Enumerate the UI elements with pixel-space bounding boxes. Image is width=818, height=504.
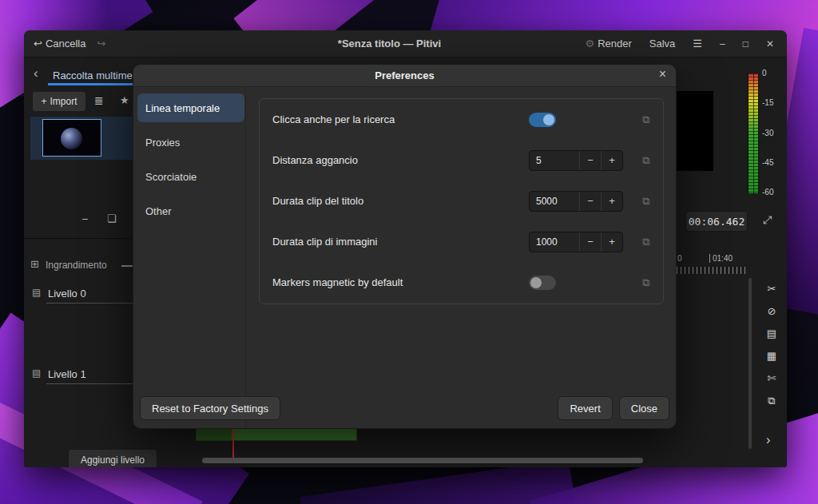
favorites-star-icon[interactable]: ★ (120, 94, 129, 106)
minimize-button[interactable]: – (720, 38, 725, 50)
pref-row-title-duration: Durata clip del titolo 5000 − + ⧉ (260, 181, 663, 221)
ruler-label-mark: 01:40 (709, 254, 733, 263)
close-button[interactable]: ✕ (766, 38, 774, 50)
spin-value[interactable]: 5000 (530, 192, 579, 211)
toggle-knob (543, 114, 554, 125)
horizontal-scrollbar[interactable] (202, 458, 643, 463)
spin-increment-button[interactable]: + (601, 192, 622, 211)
meter-label: 0 (762, 69, 773, 77)
render-label: Render (598, 38, 632, 50)
spin-decrement-button[interactable]: − (579, 151, 601, 170)
dialog-header: Preferences × (133, 65, 676, 87)
viewer-video-area (677, 91, 713, 171)
reset-to-default-icon[interactable]: ⧉ (639, 195, 653, 208)
dialog-footer: Reset to Factory Settings Revert Close (133, 396, 676, 420)
copy-clip-icon[interactable]: ⧉ (768, 395, 775, 407)
reset-to-default-icon[interactable]: ⧉ (639, 113, 653, 126)
menu-icon[interactable]: ☰ (693, 38, 702, 50)
reset-to-default-icon[interactable]: ⧉ (639, 236, 653, 248)
toggle-switch[interactable] (529, 113, 556, 127)
render-button[interactable]: ⚙ Render (586, 38, 632, 50)
group-clips-icon[interactable]: ▤ (767, 327, 776, 339)
meter-label: -60 (762, 188, 773, 196)
spin-increment-button[interactable]: + (601, 151, 622, 170)
reset-to-default-icon[interactable]: ⧉ (639, 276, 653, 289)
undo-button[interactable]: ↩ Cancella (34, 38, 86, 50)
remove-asset-icon[interactable]: − (81, 212, 88, 225)
plus-icon: + (41, 96, 46, 107)
import-button[interactable]: + Import (32, 91, 86, 112)
spin-value[interactable]: 5 (530, 151, 579, 170)
meter-label: -30 (762, 129, 773, 137)
meter-label: -15 (762, 98, 773, 107)
window-title: *Senza titolo — Pitivi (224, 38, 555, 50)
redo-icon[interactable]: ↪ (97, 38, 106, 50)
layer-icon: ▤ (32, 287, 41, 298)
pref-label: Durata clip del titolo (272, 195, 529, 207)
undock-viewer-icon[interactable]: ⤢ (763, 213, 772, 227)
render-icon: ⚙ (586, 38, 595, 50)
pref-label: Markers magnetic by default (272, 276, 529, 288)
sidebar-separator (245, 87, 246, 429)
import-label: Import (50, 96, 77, 107)
sidebar-item-other[interactable]: Other (137, 196, 244, 225)
toggle-switch[interactable] (529, 276, 556, 290)
preferences-dialog: Preferences × Linea temporale Proxies Sc… (133, 64, 677, 429)
spinbox: 5 − + (529, 150, 623, 171)
zoom-fit-icon[interactable]: ⊞ (30, 258, 39, 270)
layer-icon: ▤ (32, 367, 41, 379)
sidebar-item-shortcuts[interactable]: Scorciatoie (137, 162, 244, 191)
pref-label: Clicca anche per la ricerca (272, 113, 529, 125)
spin-decrement-button[interactable]: − (579, 192, 601, 211)
layer-0-underline (46, 303, 134, 304)
dialog-title: Preferences (375, 69, 434, 81)
titlebar: ↩ Cancella ↪ *Senza titolo — Pitivi ⚙ Re… (24, 30, 787, 58)
expand-panel-icon[interactable]: › (766, 433, 770, 447)
spin-increment-button[interactable]: + (601, 232, 622, 252)
spin-value[interactable]: 1000 (530, 232, 579, 252)
dialog-close-button[interactable]: Close (619, 396, 669, 420)
media-asset-row-selected[interactable] (30, 117, 134, 160)
media-thumbnail[interactable] (42, 119, 101, 157)
pref-row-markers-magnetic: Markers magnetic by default ⧉ (260, 262, 663, 303)
undo-label: Cancella (46, 38, 86, 50)
split-clip-icon[interactable]: ✂ (768, 283, 776, 295)
revert-button[interactable]: Revert (558, 396, 612, 420)
meter-label: -45 (762, 158, 773, 167)
insert-at-end-icon[interactable]: ❏ (107, 212, 117, 224)
preferences-sidebar: Linea temporale Proxies Scorciatoie Othe… (137, 93, 244, 225)
media-thumbnail-image (61, 128, 82, 149)
save-button[interactable]: Salva (649, 38, 676, 50)
maximize-button[interactable]: □ (743, 38, 749, 50)
timecode-display[interactable]: 00:06.462 (685, 211, 748, 232)
back-icon[interactable]: ‹ (34, 65, 38, 81)
spinbox: 5000 − + (529, 191, 623, 212)
pref-label: Distanza aggancio (272, 154, 529, 166)
layer-1-underline (46, 383, 134, 384)
add-layer-button[interactable]: Aggiungi livello (68, 449, 157, 467)
layer-1-label[interactable]: Livello 1 (48, 368, 86, 380)
reset-factory-button[interactable]: Reset to Factory Settings (140, 396, 280, 420)
layer-0-label[interactable]: Livello 0 (48, 288, 86, 300)
audio-level-meter (748, 73, 759, 193)
cut-clip-icon[interactable]: ✄ (768, 372, 776, 384)
sidebar-item-timeline[interactable]: Linea temporale (137, 93, 244, 122)
spin-decrement-button[interactable]: − (579, 232, 601, 252)
dialog-close-icon[interactable]: × (659, 67, 666, 81)
timeline-ruler[interactable] (677, 267, 749, 274)
zoom-label: Ingrandimento (46, 260, 107, 271)
list-view-icon[interactable]: ≣ (94, 94, 104, 107)
tab-media-library[interactable]: Raccolta multimed (53, 69, 138, 81)
undo-icon: ↩ (34, 38, 42, 50)
meter-scale: 0 -15 -30 -45 -60 (762, 69, 773, 196)
sidebar-item-proxies[interactable]: Proxies (137, 128, 244, 157)
ruler-label-start: 0 (677, 254, 682, 263)
spinbox: 1000 − + (529, 232, 623, 252)
reset-to-default-icon[interactable]: ⧉ (639, 154, 653, 167)
ungroup-clips-icon[interactable]: ▦ (767, 350, 776, 362)
vertical-scrollbar[interactable] (749, 278, 752, 449)
delete-clip-icon[interactable]: ⊘ (768, 305, 776, 317)
toggle-knob (530, 277, 542, 288)
pref-label: Durata clip di immagini (272, 236, 529, 248)
timeline-toolbar: ✂ ⊘ ▤ ▦ ✄ ⧉ (759, 283, 784, 407)
